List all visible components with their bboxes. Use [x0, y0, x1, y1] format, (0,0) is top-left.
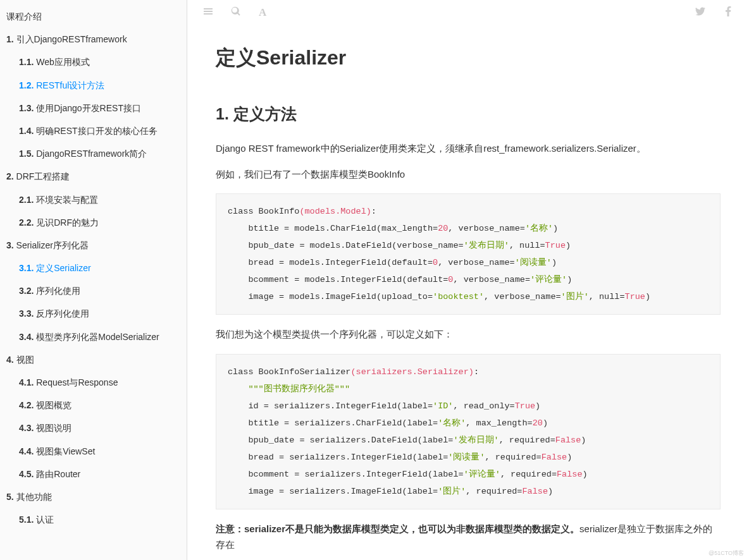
paragraph: 我们想为这个模型类提供一个序列化器，可以定义如下：	[216, 326, 721, 343]
nav-item-0[interactable]: 课程介绍	[0, 5, 187, 28]
nav-item-21[interactable]: 5. 其他功能	[0, 485, 187, 508]
nav-item-14[interactable]: 3.4. 模型类序列化器ModelSerializer	[0, 326, 187, 348]
nav-item-15[interactable]: 4. 视图	[0, 348, 187, 371]
nav-item-8[interactable]: 2.1. 环境安装与配置	[0, 188, 187, 211]
nav-item-2[interactable]: 1.1. Web应用模式	[0, 51, 187, 73]
nav-item-19[interactable]: 4.4. 视图集ViewSet	[0, 440, 187, 463]
nav-item-13[interactable]: 3.3. 反序列化使用	[0, 302, 187, 325]
nav-item-10[interactable]: 3. Serializer序列化器	[0, 234, 187, 257]
nav-item-18[interactable]: 4.3. 视图说明	[0, 417, 187, 439]
nav-item-12[interactable]: 3.2. 序列化使用	[0, 279, 187, 302]
paragraph: 例如，我们已有了一个数据库模型类BookInfo	[216, 166, 721, 183]
paragraph-emphasis: 注意：serializer不是只能为数据库模型类定义，也可以为非数据库模型类的数…	[216, 521, 721, 553]
nav-item-4[interactable]: 1.3. 使用Django开发REST接口	[0, 97, 187, 119]
nav-item-22[interactable]: 5.1. 认证	[0, 508, 187, 531]
nav-item-5[interactable]: 1.4. 明确REST接口开发的核心任务	[0, 119, 187, 142]
main-content: A 定义Serializer 1. 定义方法 Django REST frame…	[187, 0, 749, 560]
nav-item-3[interactable]: 1.2. RESTful设计方法	[0, 74, 187, 97]
search-icon[interactable]	[231, 6, 241, 19]
menu-icon[interactable]	[203, 6, 213, 19]
facebook-icon[interactable]	[723, 6, 733, 19]
nav-item-7[interactable]: 2. DRF工程搭建	[0, 165, 187, 188]
code-block-2: class BookInfoSerializer(serializers.Ser…	[216, 354, 721, 509]
nav-item-20[interactable]: 4.5. 路由Router	[0, 463, 187, 485]
paragraph: Django REST framework中的Serializer使用类来定义，…	[216, 140, 721, 157]
nav-item-17[interactable]: 4.2. 视图概览	[0, 394, 187, 417]
toolbar: A	[187, 0, 749, 25]
nav-item-16[interactable]: 4.1. Request与Response	[0, 371, 187, 394]
code-block-1: class BookInfo(models.Model): btitle = m…	[216, 193, 721, 315]
watermark: @51CTO博客	[709, 549, 744, 557]
section-heading-1: 1. 定义方法	[216, 104, 721, 125]
nav-item-6[interactable]: 1.5. DjangoRESTframework简介	[0, 142, 187, 165]
nav-item-1[interactable]: 1. 引入DjangoRESTframework	[0, 28, 187, 51]
page-title: 定义Serializer	[216, 44, 721, 72]
nav-item-11[interactable]: 3.1. 定义Serializer	[0, 257, 187, 279]
twitter-icon[interactable]	[695, 6, 705, 19]
font-icon[interactable]: A	[259, 6, 266, 19]
nav-item-9[interactable]: 2.2. 见识DRF的魅力	[0, 211, 187, 234]
sidebar-nav[interactable]: 课程介绍1. 引入DjangoRESTframework1.1. Web应用模式…	[0, 0, 187, 560]
